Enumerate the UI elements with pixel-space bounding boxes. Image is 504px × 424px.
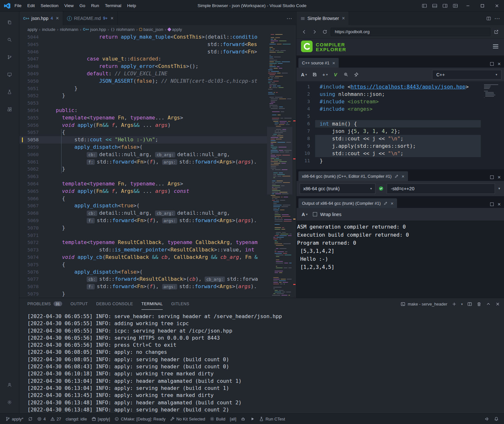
tab-readme.md[interactable]: iREADME.md9+× bbox=[63, 12, 118, 25]
close-pane-icon[interactable]: × bbox=[498, 203, 501, 206]
menu-help[interactable]: Help bbox=[124, 0, 139, 11]
terminal-output[interactable]: [2022-04-30 06:05:55] INFO: serve_header… bbox=[19, 310, 504, 413]
hamburger-menu-icon[interactable] bbox=[492, 42, 499, 52]
language-select[interactable]: C++ ▾ bbox=[432, 70, 501, 80]
libraries-dropdown-icon[interactable]: ▾ bbox=[498, 186, 501, 191]
activity-account[interactable] bbox=[0, 376, 19, 393]
breadcrumb-item-include[interactable]: include bbox=[42, 27, 55, 32]
menu-edit[interactable]: Edit bbox=[24, 0, 38, 11]
add-pane-button[interactable]: +▾ bbox=[321, 70, 330, 80]
close-icon[interactable]: × bbox=[391, 201, 393, 206]
panel-tab-problems[interactable]: PROBLEMS31 bbox=[27, 298, 62, 310]
panel-tab-output[interactable]: OUTPUT bbox=[71, 298, 88, 310]
customize-layout-icon[interactable] bbox=[450, 0, 460, 12]
activity-source-control[interactable] bbox=[0, 48, 19, 66]
kill-terminal-icon[interactable] bbox=[477, 302, 481, 306]
maximize-pane-icon[interactable] bbox=[490, 62, 494, 66]
search-plus-icon[interactable] bbox=[341, 70, 350, 80]
cmake-project[interactable]: [apply] bbox=[89, 414, 112, 424]
toggle-panel-icon[interactable] bbox=[430, 0, 440, 12]
breadcrumb-item-nlohmann[interactable]: {}nlohmann bbox=[111, 27, 134, 32]
edit-title-icon[interactable] bbox=[394, 174, 399, 178]
launch-target[interactable] bbox=[248, 414, 257, 424]
menu-selection[interactable]: Selection bbox=[38, 0, 62, 11]
breadcrumb-item-basic_json[interactable]: basic_json bbox=[139, 27, 163, 32]
back-icon[interactable] bbox=[300, 27, 309, 36]
open-external-icon[interactable] bbox=[492, 27, 501, 36]
run-ctest[interactable]: Run CTest bbox=[257, 414, 287, 424]
close-pane-icon[interactable]: × bbox=[498, 62, 501, 66]
gb-source-editor[interactable]: 1#include <https://localhost:8443/apply/… bbox=[296, 82, 504, 169]
git-branch-status[interactable]: apply* bbox=[3, 414, 26, 424]
url-input[interactable] bbox=[331, 28, 490, 36]
menu-file[interactable]: File bbox=[12, 0, 24, 11]
maximize-button[interactable] bbox=[475, 0, 489, 12]
close-panel-icon[interactable] bbox=[495, 302, 500, 306]
minimap[interactable] bbox=[267, 33, 292, 298]
breadcrumb-item-nlohmann[interactable]: nlohmann bbox=[60, 27, 78, 32]
split-terminal-icon[interactable] bbox=[467, 302, 472, 306]
maximize-pane-icon[interactable] bbox=[490, 175, 494, 179]
cmake-status[interactable]: CMake: [Debug]: Ready bbox=[112, 414, 168, 424]
tab-json.hpp[interactable]: C++json.hpp4× bbox=[19, 12, 63, 25]
menu-terminal[interactable]: Terminal bbox=[102, 0, 124, 11]
breadcrumb-item-json.hpp[interactable]: C++json.hpp bbox=[83, 27, 106, 32]
problems-warnings[interactable]: 27 bbox=[48, 414, 63, 424]
activity-extensions[interactable] bbox=[0, 100, 19, 118]
pin-icon[interactable] bbox=[352, 70, 361, 80]
panel-tab-gitlens[interactable]: GITLENS bbox=[171, 298, 189, 310]
panel-tab-terminal[interactable]: TERMINAL bbox=[141, 298, 163, 310]
cmake-kit[interactable]: No Kit Selected bbox=[168, 414, 208, 424]
close-icon[interactable]: × bbox=[332, 60, 335, 66]
browser-more-actions-icon[interactable]: ⋯ bbox=[494, 15, 500, 22]
menu-view[interactable]: View bbox=[62, 0, 77, 11]
toggle-sidebar-icon[interactable] bbox=[419, 0, 430, 12]
reload-icon[interactable] bbox=[320, 27, 329, 36]
close-icon[interactable]: × bbox=[342, 15, 345, 21]
close-icon[interactable]: × bbox=[402, 174, 404, 179]
new-terminal-icon[interactable] bbox=[452, 302, 457, 306]
edit-title-icon[interactable] bbox=[383, 201, 388, 205]
maximize-panel-icon[interactable] bbox=[486, 302, 491, 306]
menu-go[interactable]: Go bbox=[77, 0, 88, 11]
compiler-select[interactable]: x86-64 gcc (trunk) ▾ bbox=[300, 184, 375, 194]
notifications[interactable] bbox=[492, 414, 501, 424]
tab-simple-browser[interactable]: Simple Browser × bbox=[296, 12, 349, 25]
close-button[interactable] bbox=[489, 0, 504, 12]
gb-output-tab[interactable]: Output of x86-64 gcc (trunk) (Compiler #… bbox=[298, 198, 397, 208]
gb-compiler-tab[interactable]: x86-64 gcc (trunk) (C++, Editor #1, Comp… bbox=[298, 171, 408, 181]
maximize-pane-icon[interactable] bbox=[490, 203, 494, 206]
breadcrumb-item-apply[interactable]: apply bbox=[27, 27, 37, 32]
activity-remote[interactable] bbox=[0, 66, 19, 83]
editor-more-actions-icon[interactable]: ⋯ bbox=[286, 15, 292, 22]
activity-settings[interactable] bbox=[0, 393, 19, 411]
close-icon[interactable]: × bbox=[56, 15, 59, 21]
forward-icon[interactable] bbox=[310, 27, 319, 36]
split-editor-icon[interactable] bbox=[486, 16, 491, 21]
compiler-options-input[interactable]: -std=c++20 bbox=[387, 184, 495, 194]
close-pane-icon[interactable]: × bbox=[498, 175, 501, 179]
gb-output[interactable]: ASM generation compiler returned: 0Execu… bbox=[296, 221, 504, 298]
close-icon[interactable]: × bbox=[111, 15, 113, 21]
minimize-button[interactable] bbox=[460, 0, 475, 12]
gb-source-tab[interactable]: C++ source #1 × bbox=[298, 58, 339, 68]
code-editor[interactable]: 5044return apply_make_tuple<ConstThis>(d… bbox=[19, 33, 296, 298]
announcement[interactable] bbox=[482, 414, 492, 424]
vim-mode-icon[interactable]: V bbox=[331, 70, 340, 80]
breadcrumb-item-apply[interactable]: apply bbox=[168, 27, 182, 32]
activity-search[interactable] bbox=[0, 31, 19, 48]
sync-status[interactable] bbox=[26, 414, 35, 424]
activity-files[interactable] bbox=[0, 14, 19, 31]
panel-tab-debug-console[interactable]: DEBUG CONSOLE bbox=[96, 298, 133, 310]
activity-beaker[interactable] bbox=[0, 83, 19, 100]
font-size-button[interactable]: A▾ bbox=[300, 210, 310, 219]
toggle-secondary-sidebar-icon[interactable] bbox=[440, 0, 450, 12]
clangd-status[interactable]: clangd: idle bbox=[63, 414, 89, 424]
menu-run[interactable]: Run bbox=[88, 0, 102, 11]
save-icon[interactable] bbox=[310, 70, 319, 80]
terminal-dropdown-icon[interactable]: ▾ bbox=[461, 302, 463, 306]
debug-target[interactable] bbox=[238, 414, 248, 424]
terminal-process-select[interactable]: make - serve_header bbox=[401, 302, 447, 306]
cmake-target[interactable]: [all] bbox=[228, 414, 238, 424]
wrap-lines-checkbox[interactable] bbox=[313, 212, 317, 216]
